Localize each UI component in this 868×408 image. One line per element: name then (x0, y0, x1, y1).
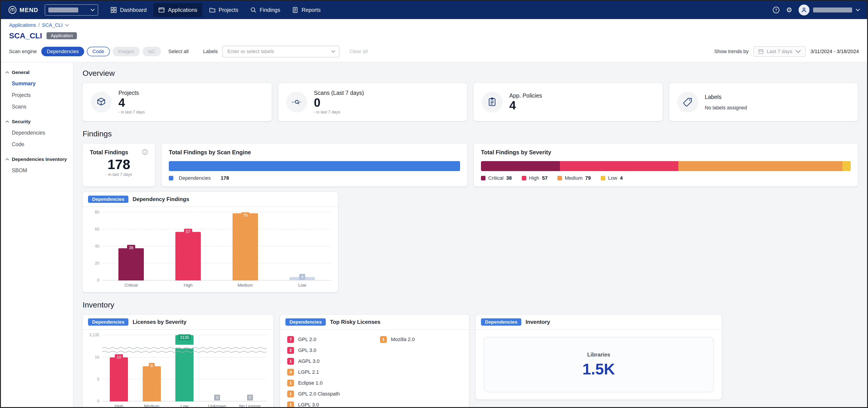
legend-item-critical: Critical38 (481, 175, 512, 181)
redacted-user-name (813, 7, 852, 12)
overview-card-icon-circle (286, 92, 307, 113)
sidebar-section-header-dependencies-inventory[interactable]: Dependencies Inventory (1, 154, 73, 165)
y-axis-label: 60 (95, 227, 99, 232)
bar-medium[interactable] (232, 213, 258, 280)
mend-logo[interactable]: MEND (8, 6, 38, 14)
severity-segment-medium (678, 161, 842, 171)
content-area: Overview Projects4- in last 7 daysScans … (73, 62, 867, 407)
bar-medium[interactable] (143, 366, 161, 401)
bar-high[interactable] (175, 232, 201, 280)
risky-licenses-column-2: 1Mozilla 2.0 (380, 336, 462, 407)
libraries-value: 1.5K (582, 360, 615, 378)
x-axis-label: Medium (135, 404, 168, 407)
by-severity-title: Total Findings by Severity (481, 149, 851, 156)
bar-value-label: 57 (184, 229, 192, 235)
sidebar-item-sbom[interactable]: SBOM (1, 165, 73, 176)
legend-value: 178 (221, 175, 229, 181)
findings-by-engine-card: Total Findings by Scan Engine Dependenci… (161, 144, 467, 187)
labels-select (222, 45, 339, 57)
bars-row: 3857794 (102, 212, 331, 280)
inventory-card: Dependencies Inventory Libraries 1.5K (475, 315, 722, 400)
dependencies-chip: Dependencies (88, 196, 128, 203)
nav-item-projects[interactable]: Projects (204, 3, 243, 17)
svg-text:?: ? (775, 8, 777, 12)
sidebar-section-general: GeneralSummaryProjectsScans (1, 67, 73, 113)
overview-card-icon-circle (677, 92, 698, 113)
nav-item-dashboard[interactable]: Dashboard (105, 3, 152, 17)
trends-range-value: Last 7 days (767, 49, 793, 55)
sidebar-item-summary[interactable]: Summary (1, 78, 73, 89)
sidebar-item-scans[interactable]: Scans (1, 101, 73, 113)
license-item-eclipse-1-0[interactable]: 1Eclipse 1.0 (287, 380, 369, 386)
cube-icon (96, 97, 106, 107)
legend-item-medium: Medium79 (557, 175, 591, 181)
bar-value-label: 0 (214, 395, 220, 401)
org-selector-dropdown[interactable] (45, 4, 98, 15)
license-item-lgpl-2-1[interactable]: 4LGPL 2.1 (287, 369, 369, 376)
chevron-down-icon[interactable] (331, 50, 335, 53)
findings-heading: Findings (83, 129, 858, 138)
select-all-link[interactable]: Select all (168, 49, 189, 55)
avatar (799, 4, 809, 15)
bar-high[interactable] (110, 357, 128, 401)
license-item-gpl-3-0[interactable]: 2GPL 3.0 (287, 347, 369, 354)
sidebar-item-projects[interactable]: Projects (1, 89, 73, 101)
mend-logo-icon (8, 6, 17, 14)
redacted-org-name (48, 7, 78, 12)
page-title: SCA_CLI (9, 31, 42, 40)
total-findings-value: 178 (90, 157, 148, 172)
x-axis-label: High (102, 404, 135, 407)
breadcrumb-applications-link[interactable]: Applications (9, 22, 36, 28)
nav-item-reports[interactable]: Reports (287, 3, 326, 17)
settings-gear-icon[interactable]: ⚙ (786, 7, 792, 13)
page-header: SCA_CLI Application (1, 30, 867, 43)
applications-icon (158, 7, 165, 13)
legend-item-high: High57 (522, 175, 548, 181)
sidebar-section-header-security[interactable]: Security (1, 116, 73, 127)
license-name: Mozilla 2.0 (391, 337, 415, 342)
bar-slot: 79 (217, 212, 274, 280)
nav-item-label: Projects (219, 7, 239, 13)
libraries-label: Libraries (587, 351, 610, 358)
inventory-card-body: Libraries 1.5K (475, 330, 722, 400)
trends-range-dropdown[interactable]: Last 7 days (753, 46, 806, 57)
info-icon[interactable] (142, 149, 148, 155)
license-item-mozilla-2-0[interactable]: 1Mozilla 2.0 (380, 336, 462, 343)
nav-item-label: Findings (260, 7, 280, 13)
license-count-badge: 4 (287, 369, 294, 376)
chevron-down-icon[interactable] (65, 24, 69, 27)
mend-application-window: MEND DashboardApplicationsProjectsFindin… (0, 0, 868, 408)
legend-item-low: Low4 (601, 175, 623, 181)
license-count-badge: 1 (287, 380, 294, 386)
engine-pill-code[interactable]: Code (87, 47, 110, 56)
license-name: GPL 2.0 (298, 337, 316, 342)
overview-card-title: Scans (Last 7 days) (314, 90, 364, 96)
nav-item-findings[interactable]: Findings (245, 3, 285, 17)
overview-card-subtitle: - in last 7 days (314, 110, 364, 115)
overview-card-body: Scans (Last 7 days)0- in last 7 days (314, 90, 364, 114)
user-menu[interactable] (799, 4, 860, 15)
license-item-gpl-2-0-classpath[interactable]: 1GPL 2.0 Classpath (287, 390, 369, 397)
main-nav: DashboardApplicationsProjectsFindingsRep… (105, 3, 326, 17)
legend-label: Dependencies (179, 175, 211, 181)
topbar-actions: ? ⚙ (773, 4, 860, 15)
nav-item-applications[interactable]: Applications (153, 3, 202, 17)
license-item-agpl-3-0[interactable]: 1AGPL 3.0 (287, 358, 369, 365)
labels-input[interactable] (222, 45, 339, 57)
sidebar-item-code[interactable]: Code (1, 139, 73, 150)
card-header: Dependencies Top Risky Licenses (280, 315, 469, 330)
license-item-gpl-2-0[interactable]: 7GPL 2.0 (287, 336, 369, 343)
bar-value-label: 8 (149, 363, 155, 369)
total-findings-subtitle: - in last 7 days (90, 172, 148, 177)
sidebar-item-dependencies[interactable]: Dependencies (1, 127, 73, 139)
breadcrumb-current-link[interactable]: SCA_CLI (42, 22, 63, 28)
engine-pill-dependencies[interactable]: Dependencies (41, 47, 84, 56)
card-header: Dependencies Inventory (475, 315, 722, 330)
bar-critical[interactable] (118, 248, 144, 281)
help-icon[interactable]: ? (773, 6, 780, 13)
sidebar-section-security: SecurityDependenciesCode (1, 116, 73, 150)
sidebar-section-header-general[interactable]: General (1, 67, 73, 78)
bar-slot: 57 (160, 212, 217, 280)
license-item-lgpl-3-0[interactable]: 1LGPL 3.0 (287, 401, 369, 407)
trends-controls: Show trends by Last 7 days 3/11/2024 - 3… (714, 46, 859, 57)
